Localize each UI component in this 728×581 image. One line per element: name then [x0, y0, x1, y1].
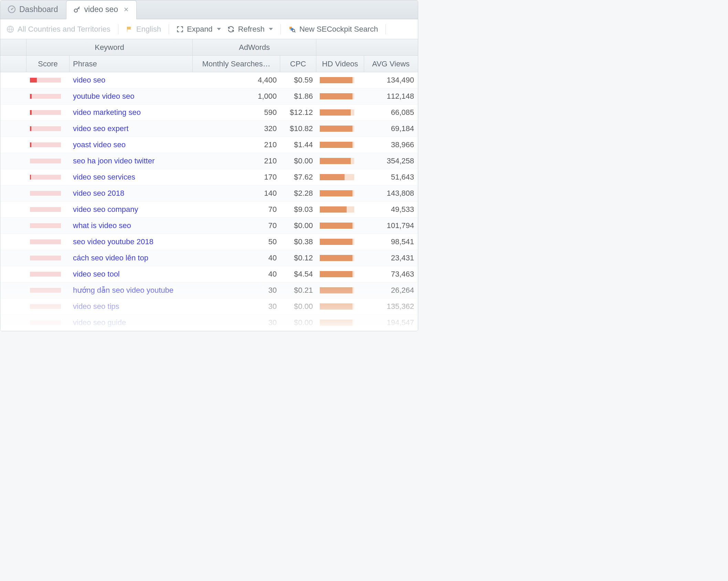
cell-phrase[interactable]: seo video youtube 2018	[70, 237, 193, 246]
cell-phrase[interactable]: video seo services	[70, 173, 193, 182]
flag-icon	[126, 26, 133, 33]
score-bar	[30, 142, 61, 147]
globe-icon	[7, 25, 14, 33]
cell-searches: 1,000	[193, 92, 280, 101]
cell-avg: 354,258	[364, 157, 418, 165]
cell-avg: 69,184	[364, 124, 418, 133]
cell-phrase[interactable]: video seo company	[70, 205, 193, 214]
refresh-button[interactable]: Refresh	[227, 25, 273, 34]
toolbar: All Countries and Territories English Ex…	[0, 19, 418, 39]
group-adwords: AdWords	[193, 39, 316, 55]
score-bar	[30, 223, 61, 228]
cell-avg: 134,490	[364, 76, 418, 85]
cell-cpc: $0.00	[280, 221, 316, 230]
table-row[interactable]: yoast video seo 210 $1.44 38,966	[0, 137, 418, 153]
table-row[interactable]: video seo 2018 140 $2.28 143,808	[0, 185, 418, 202]
cell-cpc: $0.00	[280, 157, 316, 165]
cell-phrase[interactable]: what is video seo	[70, 221, 193, 230]
cell-phrase[interactable]: video seo tool	[70, 270, 193, 279]
cell-score	[27, 304, 70, 309]
cell-searches: 30	[193, 286, 280, 295]
close-icon[interactable]: ✕	[124, 6, 129, 13]
cell-searches: 50	[193, 237, 280, 246]
cell-hd	[316, 126, 364, 132]
cell-searches: 40	[193, 254, 280, 262]
hd-bar	[320, 158, 354, 164]
group-blank2	[316, 39, 418, 55]
cell-cpc: $2.28	[280, 189, 316, 198]
table-row[interactable]: video marketing seo 590 $12.12 66,085	[0, 105, 418, 121]
col-phrase[interactable]: Phrase	[70, 56, 193, 72]
column-header: Score Phrase Monthly Searches… CPC HD Vi…	[0, 56, 418, 72]
table-row[interactable]: video seo 4,400 $0.59 134,490	[0, 72, 418, 88]
cell-phrase[interactable]: video seo expert	[70, 124, 193, 133]
region-selector[interactable]: All Countries and Territories	[7, 25, 110, 34]
language-selector[interactable]: English	[126, 25, 161, 34]
table-row[interactable]: hướng dẫn seo video youtube 30 $0.21 26,…	[0, 282, 418, 299]
cell-hd	[316, 303, 364, 310]
new-search-button[interactable]: New SECockpit Search	[288, 25, 378, 34]
score-bar	[30, 126, 61, 131]
cell-hd	[316, 142, 364, 148]
col-score[interactable]: Score	[27, 56, 70, 72]
cell-phrase[interactable]: hướng dẫn seo video youtube	[70, 286, 193, 295]
cell-searches: 210	[193, 140, 280, 149]
cell-score	[27, 191, 70, 196]
cell-searches: 70	[193, 205, 280, 214]
table-row[interactable]: seo ha joon video twitter 210 $0.00 354,…	[0, 153, 418, 169]
table-row[interactable]: video seo company 70 $9.03 49,533	[0, 202, 418, 218]
hd-bar	[320, 206, 354, 213]
cell-hd	[316, 158, 364, 164]
key-icon	[73, 6, 81, 13]
cell-avg: 194,547	[364, 318, 418, 327]
table-row[interactable]: video seo expert 320 $10.82 69,184	[0, 121, 418, 137]
cell-hd	[316, 271, 364, 277]
cell-phrase[interactable]: video seo tips	[70, 302, 193, 311]
col-hd[interactable]: HD Videos	[316, 56, 364, 72]
cell-phrase[interactable]: yoast video seo	[70, 140, 193, 149]
cell-searches: 4,400	[193, 76, 280, 85]
col-avg[interactable]: AVG Views	[364, 56, 418, 72]
cell-avg: 38,966	[364, 140, 418, 149]
score-bar	[30, 159, 61, 163]
cell-phrase[interactable]: cách seo video lên top	[70, 254, 193, 262]
table-row[interactable]: youtube video seo 1,000 $1.86 112,148	[0, 88, 418, 105]
cell-avg: 73,463	[364, 270, 418, 279]
col-searches[interactable]: Monthly Searches…	[193, 56, 280, 72]
cell-hd	[316, 320, 364, 326]
score-bar	[30, 207, 61, 212]
cell-score	[27, 239, 70, 244]
cell-phrase[interactable]: video seo 2018	[70, 189, 193, 198]
table-row[interactable]: seo video youtube 2018 50 $0.38 98,541	[0, 234, 418, 250]
new-search-label: New SECockpit Search	[299, 25, 378, 34]
cell-score	[27, 288, 70, 293]
table-row[interactable]: what is video seo 70 $0.00 101,794	[0, 218, 418, 234]
expand-button[interactable]: Expand	[177, 25, 221, 34]
cell-hd	[316, 190, 364, 196]
cell-cpc: $1.44	[280, 140, 316, 149]
cell-phrase[interactable]: video seo guide	[70, 318, 193, 327]
cell-avg: 98,541	[364, 237, 418, 246]
cell-hd	[316, 93, 364, 99]
table-row[interactable]: video seo tips 30 $0.00 135,362	[0, 299, 418, 315]
cell-phrase[interactable]: youtube video seo	[70, 92, 193, 101]
col-cpc[interactable]: CPC	[280, 56, 316, 72]
cell-score	[27, 78, 70, 83]
cell-phrase[interactable]: video marketing seo	[70, 108, 193, 117]
cell-avg: 26,264	[364, 286, 418, 295]
cell-phrase[interactable]: video seo	[70, 76, 193, 85]
table-row[interactable]: video seo tool 40 $4.54 73,463	[0, 266, 418, 282]
score-bar	[30, 272, 61, 277]
cell-searches: 70	[193, 221, 280, 230]
tab-dashboard[interactable]: Dashboard	[0, 0, 66, 19]
cell-cpc: $0.00	[280, 318, 316, 327]
tab-video-seo[interactable]: video seo ✕	[66, 0, 137, 19]
cell-avg: 66,085	[364, 108, 418, 117]
table-row[interactable]: video seo services 170 $7.62 51,643	[0, 169, 418, 185]
cell-avg: 135,362	[364, 302, 418, 311]
table-row[interactable]: video seo guide 30 $0.00 194,547	[0, 315, 418, 331]
table-row[interactable]: cách seo video lên top 40 $0.12 23,431	[0, 250, 418, 266]
cell-hd	[316, 239, 364, 245]
hd-bar	[320, 142, 354, 148]
cell-phrase[interactable]: seo ha joon video twitter	[70, 157, 193, 165]
